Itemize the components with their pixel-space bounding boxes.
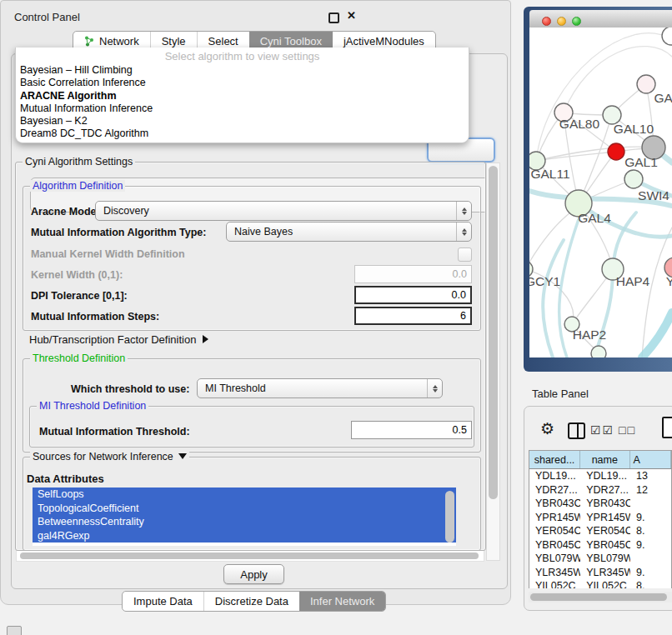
tab-label: Style: [162, 35, 186, 48]
table-row[interactable]: YDR27...YDR27...12: [529, 483, 671, 498]
document-icon[interactable]: [662, 417, 672, 438]
mi-steps-field[interactable]: 6: [354, 307, 472, 325]
minimize-window-icon[interactable]: [557, 17, 566, 26]
network-node-swi4[interactable]: [624, 170, 643, 188]
select-all-checkboxes-icon[interactable]: ☑☑: [590, 423, 614, 437]
data-attributes-list[interactable]: SelfLoopsTopologicalCoefficientBetweenne…: [33, 488, 456, 546]
table-cell: [630, 552, 671, 566]
deselect-all-checkboxes-icon[interactable]: □□: [619, 423, 636, 437]
close-window-icon[interactable]: [542, 17, 551, 26]
algorithm-option[interactable]: Mutual Information Inference: [20, 102, 469, 115]
data-attribute-item[interactable]: gal4RGexp: [33, 529, 456, 543]
desktop: { "icons": { "close": "✕", "gear": "⚙", …: [0, 0, 672, 635]
table-cell: YLR345W: [529, 566, 580, 580]
attributes-scrollbar-thumb[interactable]: [445, 491, 454, 542]
table-cell: YBR043C: [529, 497, 580, 511]
sources-legend: Sources for Network Inference: [30, 451, 189, 462]
table-row[interactable]: YDL19...YDL19...13: [529, 469, 671, 483]
table-cell: YLR345W: [580, 566, 630, 580]
hub-expander[interactable]: Hub/Transcription Factor Definition: [29, 333, 208, 346]
network-node[interactable]: [662, 28, 672, 45]
network-node-gal[interactable]: [637, 75, 655, 93]
table-row[interactable]: YER054CYER054C8.: [529, 524, 671, 538]
table-cell: YDR27...: [529, 483, 580, 498]
table-cell: YDL19...: [529, 469, 580, 483]
mi-threshold-definition-legend: MI Threshold Definition: [37, 400, 148, 412]
kernel-width-field[interactable]: 0.0: [354, 265, 472, 283]
table-row[interactable]: YBR045CYBR045C9.: [529, 538, 671, 552]
settings-horizontal-scrollbar[interactable]: [16, 550, 484, 562]
settings-horizontal-scrollbar-thumb[interactable]: [20, 552, 479, 559]
table-row[interactable]: YPR145WYPR145W9.: [529, 511, 671, 525]
manual-kernel-label: Manual Kernel Width Definition: [31, 248, 185, 260]
table-cell: 13: [630, 469, 671, 483]
network-window-titlebar[interactable]: [529, 10, 672, 28]
data-attribute-item[interactable]: TopologicalCoefficient: [33, 502, 456, 516]
sources-legend-label: Sources for Network Inference: [33, 451, 173, 462]
mi-threshold-label: Mutual Information Threshold:: [39, 426, 190, 438]
column-header[interactable]: name: [580, 451, 630, 468]
node-label: GAL11: [530, 167, 569, 181]
combobox-stepper-icon: [456, 222, 471, 241]
algorithm-option[interactable]: Bayesian – K2: [20, 115, 469, 128]
table-horizontal-scrollbar[interactable]: [529, 592, 672, 602]
network-node[interactable]: [591, 346, 606, 358]
table-cell: YDL19...: [580, 469, 630, 483]
aracne-mode-combobox[interactable]: Discovery: [95, 201, 472, 221]
table-cell: 9.: [630, 566, 671, 580]
data-attribute-item[interactable]: BetweennessCentrality: [33, 515, 456, 529]
combobox-stepper-icon: [456, 202, 471, 220]
table-row[interactable]: YIL052CYIL052C8.: [529, 579, 671, 588]
dpi-tolerance-field[interactable]: 0.0: [354, 286, 472, 304]
algorithm-option[interactable]: Dream8 DC_TDC Algorithm: [20, 128, 469, 140]
table-cell: 8.: [630, 524, 671, 538]
tab-label: Network: [99, 35, 139, 48]
data-attribute-item[interactable]: SelfLoops: [33, 488, 456, 502]
algorithm-dropdown-popup: Select algorithm to view settings Bayesi…: [15, 48, 469, 143]
settings-vertical-scrollbar[interactable]: [486, 162, 500, 561]
network-edge[interactable]: [642, 312, 672, 358]
node-label: GAL80: [559, 117, 600, 131]
table-panel-title: Table Panel: [532, 388, 589, 400]
column-layout-icon[interactable]: [568, 422, 585, 439]
node-label: GAL10: [614, 122, 654, 136]
algorithm-options-list: Bayesian – Hill ClimbingBasic Correlatio…: [16, 64, 469, 141]
node-label: HAP4: [616, 274, 650, 288]
which-threshold-combobox[interactable]: MI Threshold: [197, 378, 443, 398]
threshold-definition-legend: Threshold Definition: [30, 352, 128, 364]
control-panel-title: Control Panel: [14, 11, 80, 23]
manual-kernel-checkbox[interactable]: [458, 248, 472, 262]
bottom-tab-infer-network[interactable]: Infer Network: [299, 592, 385, 611]
node-label: GCY1: [529, 274, 560, 288]
network-canvas[interactable]: GALGAL80GAL10GAL1GAL11SWI4GAL4GCY1HAP4YH…: [529, 28, 672, 358]
zoom-window-icon[interactable]: [572, 17, 581, 26]
aracne-mode-label: Aracne Mode:: [31, 206, 100, 218]
mi-algorithm-type-combobox[interactable]: Naive Bayes: [226, 222, 472, 242]
algorithm-dropdown-placeholder: Select algorithm to view settings: [16, 50, 469, 62]
algorithm-option[interactable]: ARACNE Algorithm: [20, 90, 469, 102]
bottom-tab-impute-data[interactable]: Impute Data: [123, 592, 203, 611]
table-row[interactable]: YLR345WYLR345W9.: [529, 566, 671, 580]
node-attribute-table: shared...nameAYDL19...YDL19...13YDR27...…: [529, 450, 672, 588]
algorithm-option[interactable]: Basic Correlation Inference: [20, 77, 469, 89]
bottom-tab-discretize-data[interactable]: Discretize Data: [203, 592, 299, 611]
mi-threshold-field[interactable]: 0.5: [351, 421, 472, 439]
hub-expander-label: Hub/Transcription Factor Definition: [29, 333, 196, 346]
settings-vertical-scrollbar-thumb[interactable]: [489, 166, 498, 499]
network-node-gal1[interactable]: [608, 143, 624, 160]
table-cell: 8.: [630, 579, 671, 588]
algorithm-option[interactable]: Bayesian – Hill Climbing: [20, 64, 469, 77]
which-threshold-value: MI Threshold: [205, 382, 266, 394]
table-horizontal-scrollbar-thumb[interactable]: [530, 593, 667, 601]
apply-button[interactable]: Apply: [223, 564, 284, 584]
table-row[interactable]: YBL079WYBL079W: [529, 552, 671, 566]
network-view-window: GALGAL80GAL10GAL1GAL11SWI4GAL4GCY1HAP4YH…: [524, 7, 672, 372]
close-panel-icon[interactable]: ✕: [347, 9, 356, 22]
float-panel-icon[interactable]: [328, 12, 339, 23]
expander-expanded-icon: [178, 453, 187, 459]
column-header[interactable]: shared...: [529, 451, 580, 468]
gear-icon[interactable]: ⚙: [540, 419, 554, 438]
minimized-panel-icon[interactable]: [7, 626, 22, 635]
column-header[interactable]: A: [630, 451, 671, 468]
table-row[interactable]: YBR043CYBR043C: [529, 497, 671, 511]
